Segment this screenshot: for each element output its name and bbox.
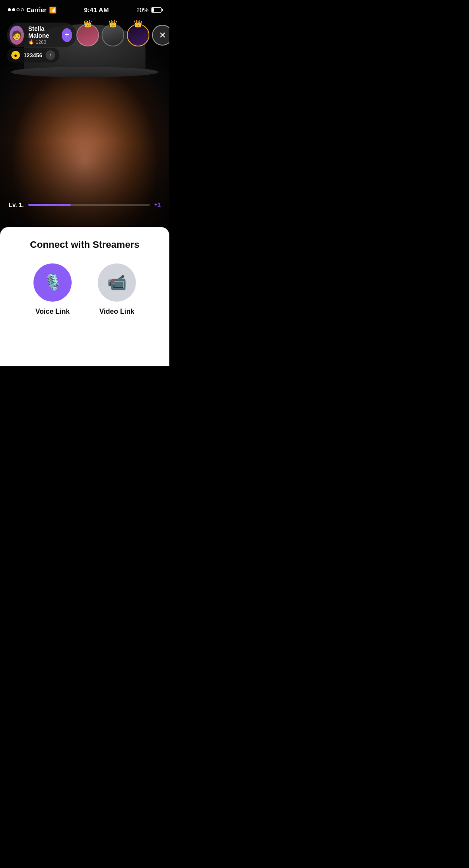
x-icon: ✕ xyxy=(159,30,166,40)
chevron-right-icon: › xyxy=(50,52,51,58)
plus-icon: + xyxy=(64,30,69,40)
avatar-face-3 xyxy=(128,25,149,46)
level-fill xyxy=(28,204,71,206)
level-label: Lv. 1. xyxy=(9,201,24,208)
flame-icon: 🔥 xyxy=(28,39,34,45)
voice-link-option[interactable]: 🎙️ Voice Link xyxy=(33,263,72,316)
status-right: 20% xyxy=(136,7,162,13)
carrier-label: Carrier xyxy=(26,7,46,13)
coin-arrow-button[interactable]: › xyxy=(46,50,55,60)
coin-icon: ● xyxy=(11,51,20,59)
profile-stats: 🔥 1263 xyxy=(28,39,57,45)
level-track xyxy=(28,204,150,206)
coin-amount: 123456 xyxy=(23,52,42,59)
sheet-title: Connect with Streamers xyxy=(30,239,139,250)
avatar-row: 👑 👑 👑 ✕ xyxy=(76,24,169,46)
close-button[interactable]: ✕ xyxy=(152,25,169,46)
profile-card: 🧑 Stella Malone 🔥 1263 + xyxy=(7,23,76,47)
avatar-face-2 xyxy=(102,25,123,46)
coins-row[interactable]: ● 123456 › xyxy=(7,48,59,62)
coin-emoji: ● xyxy=(14,52,17,59)
signal-dot-2 xyxy=(12,8,15,11)
clock: 9:41 AM xyxy=(84,6,109,13)
avatar: 🧑 xyxy=(10,26,24,45)
avatar-emoji: 🧑 xyxy=(11,30,22,40)
status-bar: Carrier 📶 9:41 AM 20% xyxy=(0,0,169,16)
voice-link-circle: 🎙️ xyxy=(33,263,72,302)
avatar-face-1 xyxy=(77,25,98,46)
video-icon: 📹 xyxy=(107,273,127,292)
connect-options: 🎙️ Voice Link 📹 Video Link xyxy=(9,263,161,316)
video-fade xyxy=(0,140,169,227)
flame-count: 1263 xyxy=(36,39,46,45)
profile-name: Stella Malone xyxy=(28,25,57,39)
level-plus: +1 xyxy=(154,201,161,208)
video-link-circle: 📹 xyxy=(98,263,136,302)
signal-dots xyxy=(8,8,24,11)
voice-link-label: Voice Link xyxy=(36,308,70,316)
video-link-label: Video Link xyxy=(99,308,135,316)
crown-icon-3: 👑 xyxy=(134,20,142,28)
bottom-sheet: Connect with Streamers 🎙️ Voice Link 📹 V… xyxy=(0,227,169,366)
microphone-icon: 🎙️ xyxy=(43,273,63,292)
wifi-icon: 📶 xyxy=(49,7,56,13)
video-link-option[interactable]: 📹 Video Link xyxy=(98,263,136,316)
level-bar-area: Lv. 1. +1 xyxy=(0,197,169,213)
signal-dot-1 xyxy=(8,8,11,11)
signal-dot-4 xyxy=(21,8,24,11)
profile-info: Stella Malone 🔥 1263 xyxy=(28,25,57,45)
battery-fill xyxy=(152,8,154,12)
crown-icon: 👑 xyxy=(83,20,92,28)
status-left: Carrier 📶 xyxy=(8,7,56,13)
battery-icon xyxy=(151,7,162,13)
top-overlay: 🧑 Stella Malone 🔥 1263 + 👑 👑 � xyxy=(0,19,169,51)
battery-percentage: 20% xyxy=(136,7,149,13)
add-button[interactable]: + xyxy=(62,28,72,42)
hat-brim xyxy=(11,67,159,77)
list-item[interactable]: 👑 xyxy=(127,24,149,46)
crown-icon-2: 👑 xyxy=(109,20,117,28)
list-item[interactable]: 👑 xyxy=(102,24,124,46)
list-item[interactable]: 👑 xyxy=(76,24,99,46)
signal-dot-3 xyxy=(17,8,20,11)
